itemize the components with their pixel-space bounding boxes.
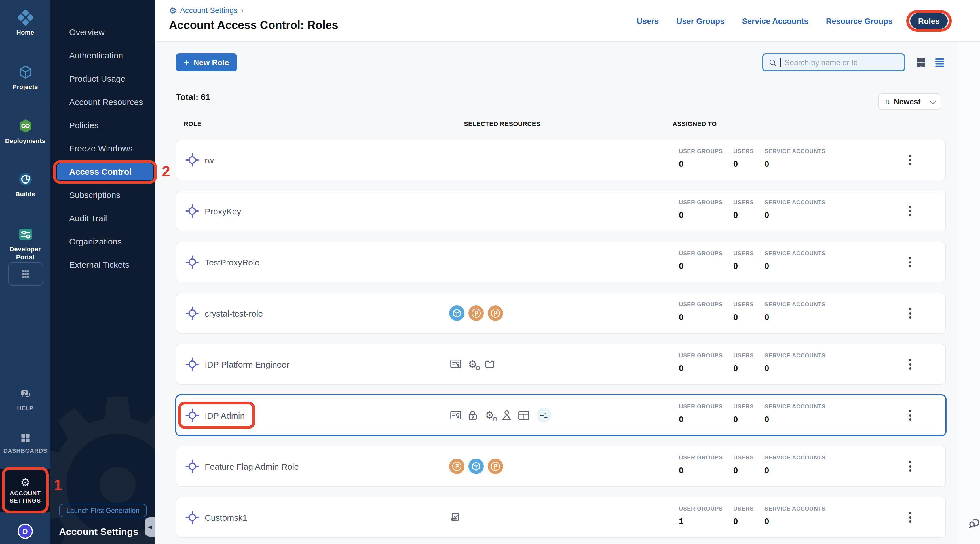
rail-item-builds[interactable]: Builds <box>0 171 51 199</box>
sidebar-item-policies[interactable]: Policies <box>51 113 155 137</box>
more-resources-badge: +1 <box>536 408 551 423</box>
sidebar-item-subscriptions[interactable]: Subscriptions <box>51 183 155 207</box>
tab-users[interactable]: Users <box>636 16 659 25</box>
tab-roles[interactable]: Roles <box>910 13 948 29</box>
rail-item-developer-portal[interactable]: Developer Portal <box>0 226 51 261</box>
grid-view-toggle[interactable] <box>915 57 927 68</box>
sort-dropdown[interactable]: ↑↓ Newest <box>878 93 942 110</box>
rail-item-projects[interactable]: Projects <box>0 64 51 91</box>
assigned-count: 0 <box>733 466 754 475</box>
annotation-ring-roles-tab <box>906 10 951 32</box>
rail-item-deployments[interactable]: Deployments <box>0 118 51 145</box>
row-menu-button[interactable] <box>907 305 914 321</box>
selected-resources <box>449 511 462 524</box>
page-title: Account Access Control: Roles <box>169 19 338 32</box>
user-avatar[interactable]: D <box>18 523 33 539</box>
plus-icon: + <box>184 57 189 67</box>
sidebar-item-authentication[interactable]: Authentication <box>51 44 155 67</box>
row-menu-button[interactable] <box>907 510 914 525</box>
launch-first-generation-button[interactable]: Launch First Generation <box>59 504 147 517</box>
role-row-idp-admin[interactable]: IDP Admin ⚙⚙+1 USER GROUPS0 USERS0 SERVI… <box>176 395 946 436</box>
sidebar-item-freeze-windows[interactable]: Freeze Windows <box>51 137 155 160</box>
sidebar-item-external-tickets[interactable]: External Tickets <box>51 253 155 276</box>
assigned-column-label: SERVICE ACCOUNTS <box>765 148 826 154</box>
list-view-toggle[interactable] <box>934 57 945 68</box>
role-row-rw[interactable]: rw USER GROUPS0 USERS0 SERVICE ACCOUNTS0 <box>176 140 946 180</box>
assigned-column-label: USERS <box>733 352 754 358</box>
tab-service-accounts[interactable]: Service Accounts <box>742 16 808 25</box>
annotation-step-2: 2 <box>162 164 170 178</box>
assigned-count: 0 <box>765 364 826 373</box>
search-icon <box>768 58 777 67</box>
sidebar-item-label: Subscriptions <box>69 190 120 200</box>
assigned-count: 0 <box>733 210 754 220</box>
search-input[interactable] <box>783 57 899 67</box>
role-row-proxykey[interactable]: ProxyKey USER GROUPS0 USERS0 SERVICE ACC… <box>176 191 946 231</box>
rail-item-label: Home <box>16 29 34 37</box>
column-header-assigned-to: ASSIGNED TO <box>673 120 717 127</box>
dashboards-icon <box>19 432 32 444</box>
tab-resource-groups[interactable]: Resource Groups <box>826 16 892 25</box>
assigned-count: 0 <box>733 517 754 526</box>
row-menu-button[interactable] <box>907 356 914 372</box>
assigned-count: 0 <box>733 364 754 373</box>
role-name: Feature Flag Admin Role <box>205 461 299 471</box>
row-menu-button[interactable] <box>907 407 914 423</box>
role-crosshair-icon <box>185 153 200 167</box>
rail-item-account-settings[interactable]: ⚙ ACCOUNT SETTINGS <box>0 469 51 512</box>
assigned-column-label: SERVICE ACCOUNTS <box>765 403 826 410</box>
new-role-label: New Role <box>193 58 229 67</box>
role-name: ProxyKey <box>205 206 241 216</box>
sidebar-item-label: Overview <box>69 27 105 37</box>
rail-item-dashboards[interactable]: DASHBOARDS <box>0 432 51 454</box>
assigned-count: 0 <box>679 313 722 321</box>
row-menu-button[interactable] <box>907 204 914 219</box>
assigned-column-label: SERVICE ACCOUNTS <box>765 301 826 307</box>
column-header-selected-resources: SELECTED RESOURCES <box>464 120 541 127</box>
sidebar-item-organizations[interactable]: Organizations <box>51 230 155 253</box>
assigned-user-groups: USER GROUPS0 <box>679 250 722 270</box>
sidebar-item-label: Account Resources <box>69 97 143 107</box>
account-settings-gear-icon: ⚙ <box>21 477 30 488</box>
row-menu-button[interactable] <box>907 459 914 474</box>
role-row-testproxyrole[interactable]: TestProxyRole USER GROUPS0 USERS0 SERVIC… <box>176 242 946 283</box>
chat-support-icon[interactable] <box>967 515 980 530</box>
role-row-feature-flag-admin-role[interactable]: Feature Flag Admin Role USER GROUPS0 USE… <box>176 446 946 487</box>
assigned-users: USERS0 <box>733 454 754 475</box>
row-menu-button[interactable] <box>907 255 914 270</box>
assigned-column-label: USER GROUPS <box>679 250 722 256</box>
sidebar-item-label: Policies <box>69 120 99 130</box>
rail-item-help[interactable]: ? HELP <box>0 388 51 412</box>
sidebar-item-access-control[interactable]: Access Control2 <box>57 163 153 180</box>
rail-item-home[interactable]: Home <box>0 9 51 37</box>
assigned-column-label: SERVICE ACCOUNTS <box>765 454 826 461</box>
new-role-button[interactable]: + New Role <box>176 53 237 72</box>
role-row-customsk1[interactable]: Customsk1 USER GROUPS1 USERS0 SERVICE AC… <box>176 497 946 538</box>
account-settings-sidebar: ⚙ OverviewAuthenticationProduct UsageAcc… <box>51 0 155 544</box>
sidebar-collapse-button[interactable]: ◀ <box>145 517 155 537</box>
assigned-column-label: USERS <box>733 199 754 205</box>
builds-icon <box>17 171 34 188</box>
assigned-user-groups: USER GROUPS0 <box>679 148 722 169</box>
apps-grid-button[interactable] <box>8 262 43 286</box>
sidebar-item-account-resources[interactable]: Account Resources <box>51 90 155 113</box>
sidebar-item-product-usage[interactable]: Product Usage <box>51 67 155 90</box>
sidebar-item-audit-trail[interactable]: Audit Trail <box>51 207 155 230</box>
tab-user-groups[interactable]: User Groups <box>676 16 724 25</box>
sidebar-item-overview[interactable]: Overview <box>51 21 155 44</box>
role-cell: rw <box>185 153 214 167</box>
rail-item-label: ACCOUNT SETTINGS <box>0 490 51 504</box>
role-cell: IDP Platform Engineer <box>185 357 289 372</box>
breadcrumb-link[interactable]: Account Settings <box>180 6 238 15</box>
assigned-column-label: USERS <box>733 403 754 410</box>
flag-resource-icon <box>449 459 465 474</box>
help-icon: ? <box>18 388 32 402</box>
role-row-crystal-test-role[interactable]: crystal-test-role USER GROUPS0 USERS0 SE… <box>176 293 946 334</box>
gears-resource-icon: ⚙⚙ <box>466 358 479 371</box>
assigned-column-label: USERS <box>733 301 754 307</box>
row-menu-button[interactable] <box>907 152 914 168</box>
gears-resource-icon: ⚙⚙ <box>483 409 496 422</box>
role-row-idp-platform-engineer[interactable]: IDP Platform Engineer ⚙⚙ USER GROUPS0 US… <box>176 344 946 385</box>
assigned-users: USERS0 <box>733 199 754 220</box>
assigned-column-label: USERS <box>733 148 754 154</box>
